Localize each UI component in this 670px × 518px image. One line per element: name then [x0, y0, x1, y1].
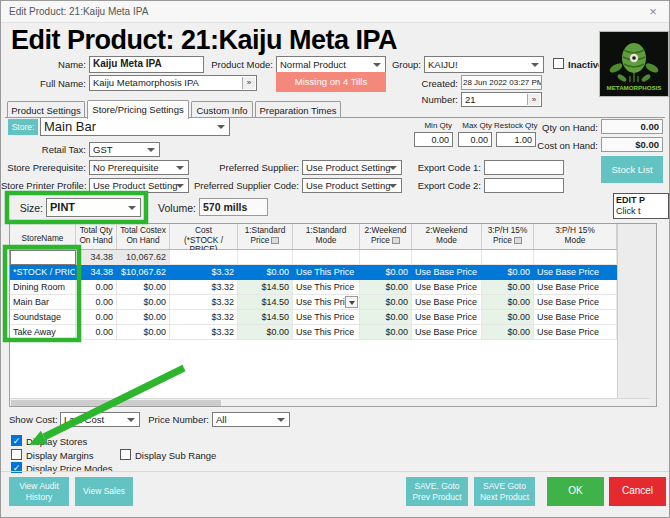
store-select[interactable]: Main Bar — [40, 117, 230, 136]
view-audit-history-button[interactable]: View AuditHistory — [9, 477, 69, 506]
store-prerequisite-select[interactable]: No Prerequisite — [89, 160, 189, 175]
table-row[interactable]: Soundstage 0.00 $0.00 $3.32 $14.50 Use T… — [10, 310, 617, 325]
display-sub-range-checkbox[interactable] — [120, 449, 131, 460]
column-header-storename[interactable]: StoreName — [10, 224, 76, 249]
price-number-label: Price Number: — [143, 414, 209, 425]
chevron-down-icon — [277, 418, 285, 422]
cancel-button[interactable]: Cancel — [609, 477, 666, 506]
store-button[interactable]: Store: — [8, 119, 38, 135]
display-sub-range-label: Display Sub Range — [135, 450, 230, 461]
page-title: Edit Product: 21:Kaiju Meta IPA — [11, 25, 397, 56]
chevron-down-icon — [127, 418, 135, 422]
column-header-ph15-price[interactable]: 3:P/H 15%Price — [482, 224, 534, 249]
metamorphosis-logo: METAMORPHOSIS — [600, 32, 668, 96]
display-margins-label: Display Margins — [26, 450, 116, 461]
name-field[interactable]: Kaiju Meta IPA — [89, 56, 204, 73]
expand-icon[interactable]: » — [242, 77, 255, 89]
tab-product-settings[interactable]: Product Settings — [7, 101, 85, 118]
window-title: Edit Product: 21:Kaiju Meta IPA — [9, 6, 148, 17]
column-header-ph15-mode[interactable]: 3:P/H 15%Mode — [534, 224, 617, 249]
table-row[interactable]: Take Away 0.00 $0.00 $3.32 $0.00 Use Thi… — [10, 325, 617, 340]
save-goto-next-product-button[interactable]: SAVE GotoNext Product — [474, 477, 535, 506]
table-header-row: StoreName Total QtyOn Hand Total CostexO… — [10, 224, 617, 250]
summary-row: 34.38 10,067.62 — [10, 250, 617, 265]
store-printer-profile-label: Store Printer Profile: — [1, 180, 86, 191]
mode-dropdown-icon[interactable] — [345, 296, 358, 308]
pin-icon[interactable] — [392, 237, 400, 244]
number-field[interactable]: 21» — [461, 92, 542, 107]
edit-prices-button[interactable]: EDIT P Click t — [613, 193, 669, 219]
stock-list-button[interactable]: Stock List — [601, 156, 663, 183]
missing-on-tills-button[interactable]: Missing on 4 Tills — [276, 72, 386, 92]
tab-preparation-times[interactable]: Preparation Times — [255, 101, 341, 118]
save-goto-prev-product-button[interactable]: SAVE. GotoPrev Product — [406, 477, 468, 506]
full-name-label: Full Name: — [26, 78, 86, 89]
min-qty-field[interactable]: 0.00 — [414, 132, 453, 147]
tab-store-pricing-settings[interactable]: Store/Pricing Settings — [87, 100, 189, 119]
max-qty-field[interactable]: 0.00 — [458, 132, 492, 147]
size-select[interactable]: PINT — [46, 198, 141, 217]
name-label: Name: — [31, 59, 86, 70]
chevron-down-icon — [389, 166, 397, 170]
tab-custom-info[interactable]: Custom Info — [191, 101, 253, 118]
export-code1-field[interactable] — [484, 160, 564, 175]
view-sales-button[interactable]: View Sales — [75, 477, 133, 506]
pin-icon[interactable] — [271, 237, 279, 244]
column-header-total-costex[interactable]: Total CostexOn Hand — [117, 224, 170, 249]
column-header-total-qty[interactable]: Total QtyOn Hand — [76, 224, 117, 249]
display-stores-label: Display Stores — [26, 436, 116, 447]
created-label: Created: — [401, 78, 458, 89]
price-number-select[interactable]: All — [212, 412, 290, 427]
show-cost-select[interactable]: Last Cost — [60, 412, 140, 427]
column-header-weekend-price[interactable]: 2:WeekendPrice — [360, 224, 412, 249]
scrollbar-thumb[interactable] — [11, 400, 221, 406]
storename-filter-cell[interactable] — [10, 250, 76, 265]
number-label: Number: — [401, 94, 458, 105]
ok-button[interactable]: OK — [547, 477, 604, 506]
table-row[interactable]: Main Bar 0.00 $0.00 $3.32 $14.50 Use Thi… — [10, 295, 617, 310]
column-header-standard-mode[interactable]: 1:StandardMode — [293, 224, 360, 249]
export-code2-field[interactable] — [484, 178, 564, 193]
restock-qty-field[interactable]: 1.00 — [496, 132, 536, 147]
summary-total-costex: 10,067.62 — [117, 250, 170, 265]
cost-on-hand-value: $0.00 — [601, 137, 663, 152]
qty-on-hand-label: Qty on Hand: — [531, 122, 598, 133]
product-image: METAMORPHOSIS — [599, 31, 669, 97]
display-margins-checkbox[interactable] — [11, 449, 22, 460]
store-prerequisite-label: Store Prerequisite: — [1, 162, 86, 173]
summary-total-qty: 34.38 — [76, 250, 117, 265]
chevron-down-icon — [373, 63, 381, 67]
edit-product-window: Edit Product: 21:Kaiju Meta IPA × Edit P… — [0, 0, 670, 518]
table-row[interactable]: *STOCK / PRICE 34.38 $10,067.62 $3.32 $0… — [10, 265, 617, 280]
chevron-down-icon — [147, 148, 155, 152]
table-row[interactable]: Dining Room 0.00 $0.00 $3.32 $14.50 Use … — [10, 280, 617, 295]
column-header-standard-price[interactable]: 1:StandardPrice — [238, 224, 293, 249]
title-bar: Edit Product: 21:Kaiju Meta IPA × — [1, 1, 669, 23]
export-code2-label: Export Code 2: — [416, 180, 481, 191]
retail-tax-select[interactable]: GST — [89, 142, 160, 157]
size-label: Size: — [15, 202, 43, 214]
display-stores-checkbox[interactable]: ✓ — [11, 435, 22, 446]
min-qty-label: Min Qty — [412, 121, 452, 130]
column-header-cost[interactable]: Cost(*STOCK / PRICE) — [170, 224, 238, 249]
preferred-supplier-select[interactable]: Use Product Setting — [302, 160, 402, 175]
display-price-modes-label: Display Price Modes — [26, 463, 136, 474]
qty-on-hand-value: 0.00 — [601, 119, 663, 134]
inactive-checkbox[interactable] — [553, 58, 564, 69]
horizontal-scrollbar[interactable] — [10, 398, 650, 406]
chevron-down-icon — [389, 184, 397, 188]
group-select[interactable]: KAIJU! — [424, 56, 544, 73]
full-name-field[interactable]: Kaiju Metamorphosis IPA» — [89, 75, 257, 91]
table-filler — [617, 224, 657, 406]
preferred-supplier-code-select[interactable]: Use Product Setting — [302, 178, 402, 193]
close-icon[interactable]: × — [645, 4, 661, 20]
created-field: 28 Jun 2022 03:27 PM — [461, 75, 542, 90]
max-qty-label: Max Qty — [456, 121, 492, 130]
cost-on-hand-label: Cost on Hand: — [531, 140, 598, 151]
column-header-weekend-mode[interactable]: 2:WeekendMode — [412, 224, 482, 249]
pricing-table[interactable]: StoreName Total QtyOn Hand Total CostexO… — [9, 223, 657, 407]
pin-icon[interactable] — [514, 237, 522, 244]
group-label: Group: — [386, 59, 421, 70]
product-mode-select[interactable]: Normal Product — [276, 56, 386, 73]
expand-icon[interactable]: » — [527, 94, 540, 105]
